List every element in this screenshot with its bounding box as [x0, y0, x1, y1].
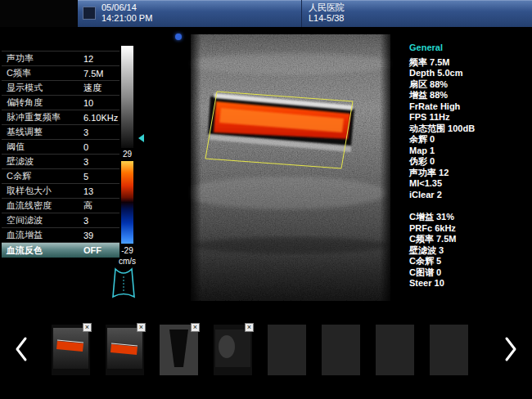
readout-line: Steer 10	[409, 278, 530, 289]
param-value: 7.5M	[83, 69, 103, 78]
param-value: 5	[83, 172, 88, 182]
param-label: 空间滤波	[2, 214, 83, 226]
param-row[interactable]: 血流线密度 高	[2, 199, 119, 213]
param-value: OFF	[83, 245, 101, 255]
body-marker-icon[interactable]	[110, 267, 138, 301]
thumbnail-image	[214, 325, 252, 375]
readout-line: 余辉 0	[409, 134, 530, 146]
hospital-block: 人民医院 L14-5/38	[309, 2, 345, 24]
parameter-list: 声功率 12 C频率 7.5M 显示模式 速度 偏转角度 10 脉冲重复频率 6…	[2, 51, 119, 258]
header-divider	[301, 0, 302, 27]
param-value: 3	[83, 128, 88, 137]
thumbnail-image	[160, 325, 198, 375]
chevron-right-icon	[501, 335, 519, 363]
readout-line: C余辉 5	[409, 256, 530, 267]
header-bar: 05/06/14 14:21:00 PM 人民医院 L14-5/38	[0, 0, 532, 27]
param-label: 阈值	[2, 141, 83, 153]
param-row[interactable]: C频率 7.5M	[2, 66, 119, 81]
param-row[interactable]: 壁滤波 3	[2, 155, 119, 169]
param-row[interactable]: 基线调整 3	[2, 125, 119, 140]
param-value: 3	[83, 216, 88, 226]
readout-line: 动态范围 100dB	[409, 123, 530, 135]
param-label: C余辉	[2, 170, 83, 182]
param-label: 血流线密度	[2, 200, 83, 212]
thumbnail-slot-empty	[268, 325, 306, 375]
param-label: 壁滤波	[2, 155, 83, 168]
readout-line: 声功率 12	[409, 168, 530, 179]
close-thumbnail-icon[interactable]: ×	[83, 323, 92, 332]
param-label: 声功率	[2, 52, 83, 65]
param-label: 显示模式	[2, 82, 83, 94]
readout-gap	[409, 200, 530, 212]
date-text: 05/06/14	[101, 2, 152, 13]
param-value: 6.10KHz	[83, 113, 118, 123]
thumbnail-image	[106, 325, 144, 375]
param-row[interactable]: 显示模式 速度	[2, 81, 119, 96]
velocity-max-label: 29	[115, 150, 139, 159]
param-label: 偏转角度	[2, 96, 83, 109]
ultrasound-image[interactable]	[188, 33, 393, 304]
velocity-min-label: -29	[115, 246, 139, 255]
ultrasound-canvas	[188, 33, 393, 304]
param-value: 39	[83, 231, 93, 240]
readout-line: 增益 88%	[409, 90, 530, 101]
thumbnail-slot-empty	[430, 325, 468, 375]
param-label: 基线调整	[2, 126, 83, 138]
status-indicator-dot	[175, 34, 182, 40]
chevron-left-icon	[13, 335, 31, 363]
readout-line: MI<1.35	[409, 178, 530, 190]
param-value: 10	[83, 98, 93, 108]
param-value: 高	[83, 200, 92, 212]
thumbnail-2[interactable]: ×	[106, 325, 144, 375]
thumbnail-1[interactable]: ×	[52, 325, 90, 375]
doppler-colorbar	[121, 161, 133, 244]
param-row[interactable]: 阈值 0	[2, 140, 119, 155]
ultrasound-system-screen: 05/06/14 14:21:00 PM 人民医院 L14-5/38 声功率 1…	[0, 0, 532, 399]
param-label: 血流反色	[2, 244, 83, 257]
thumbnail-slot-empty	[322, 325, 360, 375]
param-value: 0	[83, 142, 88, 152]
readout-line: PRFc 6kHz	[409, 223, 530, 235]
thumbnail-4[interactable]: ×	[214, 325, 252, 375]
thumbnail-slot-empty	[376, 325, 414, 375]
readout-line: C频率 7.5M	[409, 234, 530, 245]
param-value: 3	[83, 157, 88, 167]
thumbnail-image	[52, 325, 90, 375]
param-row[interactable]: 取样包大小 13	[2, 184, 119, 199]
param-row[interactable]: 空间滤波 3	[2, 213, 119, 228]
param-label: C频率	[2, 67, 83, 79]
readout-line: 扇区 88%	[409, 79, 530, 91]
param-row-selected[interactable]: 血流反色 OFF	[2, 243, 119, 258]
header-menu-icon[interactable]	[83, 7, 96, 20]
baseline-marker-icon	[138, 134, 144, 142]
readout-line: C增益 31%	[409, 212, 530, 223]
thumbnail-3[interactable]: ×	[160, 325, 198, 375]
param-value: 速度	[83, 82, 101, 94]
close-thumbnail-icon[interactable]: ×	[137, 323, 146, 332]
param-row[interactable]: 脉冲重复频率 6.10KHz	[2, 110, 119, 125]
close-thumbnail-icon[interactable]: ×	[191, 323, 200, 332]
readout-line: 频率 7.5M	[409, 57, 530, 69]
param-row[interactable]: 偏转角度 10	[2, 96, 119, 110]
readout-line: 壁滤波 3	[409, 245, 530, 257]
readout-line: FrRate High	[409, 101, 530, 113]
param-label: 血流增益	[2, 229, 83, 241]
next-page-button[interactable]	[501, 335, 519, 363]
readout-panel: General 频率 7.5M Depth 5.0cm 扇区 88% 增益 88…	[409, 43, 530, 289]
velocity-unit-label: cm/s	[115, 257, 139, 266]
readout-line: Depth 5.0cm	[409, 68, 530, 79]
param-label: 脉冲重复频率	[2, 111, 83, 123]
readout-line: C图谱 0	[409, 267, 530, 279]
hospital-name: 人民医院	[309, 2, 345, 13]
prev-page-button[interactable]	[13, 335, 31, 363]
param-row[interactable]: 声功率 12	[2, 52, 119, 66]
param-row[interactable]: C余辉 5	[2, 169, 119, 184]
grayscale-bar	[121, 46, 133, 148]
param-value: 12	[83, 54, 93, 64]
readout-line: FPS 11Hz	[409, 112, 530, 123]
param-row[interactable]: 血流增益 39	[2, 228, 119, 243]
param-label: 取样包大小	[2, 185, 83, 197]
datetime-block: 05/06/14 14:21:00 PM	[101, 2, 152, 24]
close-thumbnail-icon[interactable]: ×	[245, 323, 254, 332]
readout-line: Map 1	[409, 146, 530, 157]
